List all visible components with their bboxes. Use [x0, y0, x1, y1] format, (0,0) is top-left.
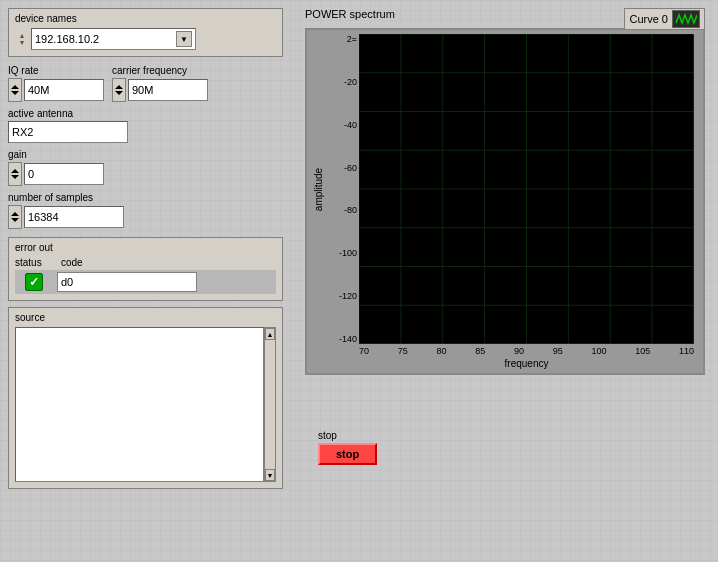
y-label-1: -20	[327, 77, 357, 87]
gain-down-icon	[11, 175, 19, 179]
main-container: device names ▲ ▼ 192.168.10.2 ▼ IQ rate	[0, 0, 718, 562]
x-label-80: 80	[436, 346, 446, 356]
iq-rate-input[interactable]: 40M	[24, 79, 104, 101]
error-out-box: error out status code ✓	[8, 237, 283, 301]
y-label-5: -100	[327, 248, 357, 258]
spectrum-plot-container: amplitude 2= -20 -40 -60 -80 -100 -120 -…	[305, 28, 705, 375]
wave-icon	[672, 10, 700, 28]
error-table-row: ✓	[15, 270, 276, 294]
active-antenna-input[interactable]: RX2	[8, 121, 128, 143]
num-samples-down-icon	[11, 218, 19, 222]
stop-button[interactable]: stop	[318, 443, 377, 465]
x-label-110: 110	[679, 346, 694, 356]
status-ok-icon: ✓	[25, 273, 43, 291]
x-label-75: 75	[398, 346, 408, 356]
error-out-label: error out	[15, 242, 276, 253]
source-scrollbar[interactable]: ▲ ▼	[264, 327, 276, 482]
status-col-header: status	[15, 257, 53, 268]
source-container: ▲ ▼	[15, 327, 276, 482]
code-input[interactable]	[57, 272, 197, 292]
error-table-header: status code	[15, 257, 276, 268]
source-textarea[interactable]	[15, 327, 264, 482]
x-label-105: 105	[635, 346, 650, 356]
y-label-3: -60	[327, 163, 357, 173]
num-samples-up-icon	[11, 212, 19, 216]
y-label-0: 2=	[327, 34, 357, 44]
gain-input[interactable]: 0	[24, 163, 104, 185]
x-axis-labels: 70 75 80 85 90 95 100 105 110	[359, 346, 694, 356]
scroll-down-btn[interactable]: ▼	[265, 469, 275, 481]
plot-layout: amplitude 2= -20 -40 -60 -80 -100 -120 -…	[311, 34, 699, 344]
spectrum-svg	[359, 34, 694, 344]
active-antenna-label: active antenna	[8, 108, 283, 119]
x-label-90: 90	[514, 346, 524, 356]
carrier-frequency-input[interactable]: 90M	[128, 79, 208, 101]
y-label-2: -40	[327, 120, 357, 130]
carrier-freq-down-icon	[115, 91, 123, 95]
iq-rate-up-icon	[11, 85, 19, 89]
right-panel: POWER spectrum Curve 0 amplitude 2=	[305, 8, 705, 375]
iq-rate-spinner[interactable]	[8, 78, 22, 102]
carrier-freq-up-icon	[115, 85, 123, 89]
x-axis-title: frequency	[359, 358, 694, 369]
scroll-up-btn[interactable]: ▲	[265, 328, 275, 340]
left-panel: device names ▲ ▼ 192.168.10.2 ▼ IQ rate	[8, 8, 283, 489]
iq-rate-field: IQ rate 40M	[8, 65, 104, 102]
y-axis-container: amplitude	[311, 34, 327, 344]
y-axis-title: amplitude	[314, 167, 325, 210]
x-label-70: 70	[359, 346, 369, 356]
source-label: source	[15, 312, 276, 323]
y-axis-labels: 2= -20 -40 -60 -80 -100 -120 -140	[327, 34, 359, 344]
curve-label: Curve 0	[629, 13, 668, 25]
stop-section: stop stop	[318, 430, 377, 465]
dropdown-arrow-icon[interactable]: ▼	[176, 31, 192, 47]
curve-control: Curve 0	[624, 8, 705, 30]
carrier-frequency-field: carrier frequency 90M	[112, 65, 208, 102]
gain-label: gain	[8, 149, 283, 160]
num-samples-label: number of samples	[8, 192, 283, 203]
device-names-box: device names ▲ ▼ 192.168.10.2 ▼	[8, 8, 283, 57]
gain-up-icon	[11, 169, 19, 173]
num-samples-input[interactable]: 16384	[24, 206, 124, 228]
x-label-85: 85	[475, 346, 485, 356]
x-label-100: 100	[591, 346, 606, 356]
iq-rate-label: IQ rate	[8, 65, 104, 76]
carrier-frequency-spinner[interactable]	[112, 78, 126, 102]
spectrum-title: POWER spectrum	[305, 8, 395, 20]
source-box: source ▲ ▼	[8, 307, 283, 489]
gain-spinner[interactable]	[8, 162, 22, 186]
x-label-95: 95	[553, 346, 563, 356]
status-cell: ✓	[19, 273, 49, 291]
y-label-6: -120	[327, 291, 357, 301]
code-col-header: code	[61, 257, 83, 268]
device-names-dropdown[interactable]: 192.168.10.2 ▼	[31, 28, 196, 50]
device-names-label: device names	[15, 13, 276, 24]
plot-svg-container	[359, 34, 699, 344]
y-label-4: -80	[327, 205, 357, 215]
y-label-7: -140	[327, 334, 357, 344]
stop-label: stop	[318, 430, 377, 441]
carrier-frequency-label: carrier frequency	[112, 65, 208, 76]
iq-rate-down-icon	[11, 91, 19, 95]
num-samples-spinner[interactable]	[8, 205, 22, 229]
device-names-value: 192.168.10.2	[35, 33, 99, 45]
